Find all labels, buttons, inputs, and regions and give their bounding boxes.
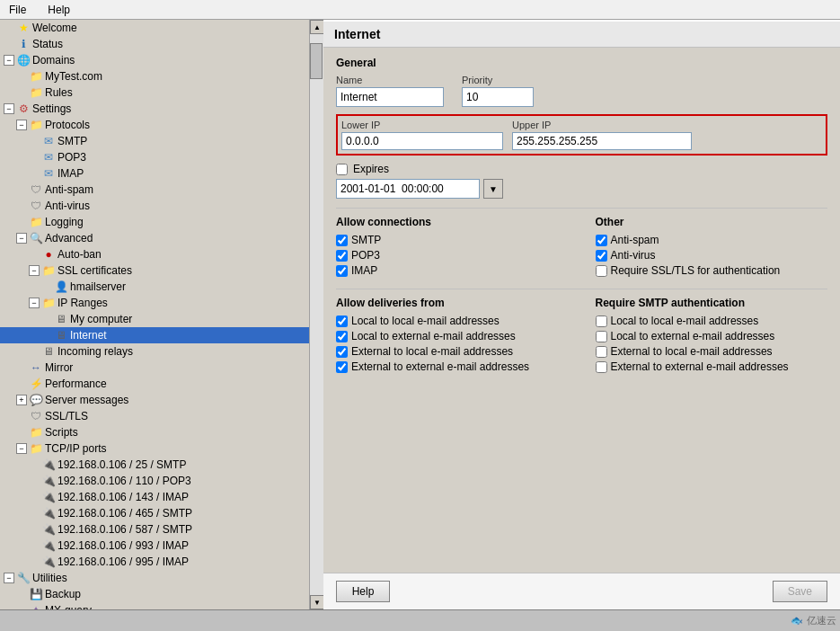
tree-item-mxquery[interactable]: ✦MX-query: [0, 602, 309, 609]
tree-item-mytest[interactable]: 📁MyTest.com: [0, 68, 309, 84]
name-input[interactable]: [336, 87, 444, 107]
tree-item-status[interactable]: ℹStatus: [0, 36, 309, 52]
tree-label-antivirus: Anti-virus: [45, 200, 90, 212]
scroll-track: [310, 34, 323, 595]
tree-item-port3[interactable]: 🔌192.168.0.106 / 143 / IMAP: [0, 489, 309, 505]
tree-expander-settings[interactable]: −: [4, 103, 14, 114]
antispam-label: Anti-spam: [611, 234, 659, 246]
antivirus-checkbox[interactable]: [596, 250, 607, 262]
del-ext-local-checkbox[interactable]: [336, 346, 348, 358]
tree-item-backup[interactable]: 💾Backup: [0, 586, 309, 602]
expires-checkbox[interactable]: [336, 164, 348, 175]
expires-row: Expires: [336, 163, 827, 175]
tree-label-internet: Internet: [70, 329, 107, 342]
tree-item-domains[interactable]: −🌐Domains: [0, 52, 309, 68]
ssl-tls-checkbox[interactable]: [596, 265, 607, 277]
date-picker-button[interactable]: ▼: [483, 179, 503, 199]
scroll-thumb[interactable]: [310, 43, 323, 79]
lower-ip-input[interactable]: [341, 132, 503, 150]
tree-label-port4: 192.168.0.106 / 465 / SMTP: [57, 507, 192, 520]
menu-help[interactable]: Help: [42, 2, 75, 18]
tree-item-scripts[interactable]: 📁Scripts: [0, 424, 309, 440]
tree-expander-tcpports[interactable]: −: [16, 443, 27, 454]
tree-item-port2[interactable]: 🔌192.168.0.106 / 110 / POP3: [0, 473, 309, 489]
scroll-up-button[interactable]: ▲: [310, 20, 324, 34]
tree-item-autoban[interactable]: ●Auto-ban: [0, 246, 309, 262]
lower-ip-group: Lower IP: [341, 120, 503, 150]
upper-ip-group: Upper IP: [512, 120, 692, 150]
del-local-local-label: Local to local e-mail addresses: [351, 315, 500, 327]
tree-item-mirror[interactable]: ↔Mirror: [0, 360, 309, 376]
tree-item-welcome[interactable]: ★Welcome: [0, 20, 309, 36]
tree-item-port4[interactable]: 🔌192.168.0.106 / 465 / SMTP: [0, 505, 309, 521]
tree-label-domains: Domains: [32, 54, 75, 67]
tree-item-port1[interactable]: 🔌192.168.0.106 / 25 / SMTP: [0, 457, 309, 473]
auth-ext-ext-item: External to external e-mail addresses: [596, 360, 828, 373]
tree-item-logging[interactable]: 📁Logging: [0, 214, 309, 230]
upper-ip-label: Upper IP: [512, 120, 692, 130]
tree-item-settings[interactable]: −⚙Settings: [0, 101, 309, 117]
date-row: ▼: [336, 179, 827, 199]
del-local-ext-item: Local to external e-mail addresses: [336, 330, 569, 342]
tree-item-incomingrelay[interactable]: 🖥Incoming relays: [0, 343, 309, 360]
tree-item-ssltls[interactable]: 🛡SSL/TLS: [0, 408, 309, 424]
priority-input[interactable]: [462, 87, 534, 107]
tree-item-smtp[interactable]: ✉SMTP: [0, 133, 309, 149]
auth-ext-ext-checkbox[interactable]: [596, 361, 607, 373]
settings-icon: ⚙: [16, 102, 31, 116]
antispam-checkbox[interactable]: [596, 235, 607, 246]
del-local-local-checkbox[interactable]: [336, 316, 348, 327]
tree-item-mycomputer[interactable]: 🖥My computer: [0, 311, 309, 327]
del-local-ext-checkbox[interactable]: [336, 331, 348, 342]
tree-expander-protocols[interactable]: −: [16, 120, 27, 130]
tree-label-servermsg: Server messages: [45, 394, 128, 406]
tree-item-rules[interactable]: 📁Rules: [0, 84, 309, 101]
tree-item-pop3[interactable]: ✉POP3: [0, 149, 309, 165]
tree-expander-advanced[interactable]: −: [16, 233, 27, 244]
tree-item-tcpports[interactable]: −📁TCP/IP ports: [0, 440, 309, 457]
tree-item-port7[interactable]: 🔌192.168.0.106 / 995 / IMAP: [0, 554, 309, 570]
tree-item-ipranges[interactable]: −📁IP Ranges: [0, 295, 309, 311]
tree-item-hmailserver[interactable]: 👤hmailserver: [0, 279, 309, 295]
del-ext-ext-checkbox[interactable]: [336, 361, 348, 373]
auth-local-ext-checkbox[interactable]: [596, 331, 607, 342]
tree-item-port6[interactable]: 🔌192.168.0.106 / 993 / IMAP: [0, 538, 309, 554]
tree-item-port5[interactable]: 🔌192.168.0.106 / 587 / SMTP: [0, 521, 309, 538]
tree-label-port7: 192.168.0.106 / 995 / IMAP: [57, 555, 189, 568]
auth-local-local-checkbox[interactable]: [596, 316, 607, 327]
tree-item-sslcerts[interactable]: −📁SSL certificates: [0, 262, 309, 279]
menu-file[interactable]: File: [4, 2, 31, 18]
tree-item-antispam[interactable]: 🛡Anti-spam: [0, 182, 309, 198]
tree-item-advanced[interactable]: −🔍Advanced: [0, 230, 309, 246]
allow-smtp-checkbox[interactable]: [336, 235, 348, 246]
tree-item-performance[interactable]: ⚡Performance: [0, 376, 309, 392]
tree-expander-domains[interactable]: −: [4, 55, 14, 66]
tree-expander-utilities[interactable]: −: [4, 573, 14, 583]
tree-label-logging: Logging: [45, 216, 84, 228]
help-button[interactable]: Help: [336, 581, 390, 602]
date-input[interactable]: [336, 179, 480, 199]
antispam-item: Anti-spam: [596, 234, 828, 246]
tree-item-utilities[interactable]: −🔧Utilities: [0, 570, 309, 586]
tree-expander-sslcerts[interactable]: −: [29, 265, 40, 276]
tree-item-protocols[interactable]: −📁Protocols: [0, 117, 309, 133]
tree-expander-ipranges[interactable]: −: [29, 298, 40, 308]
allow-imap-checkbox[interactable]: [336, 265, 348, 277]
mail-icon: ✉: [41, 166, 56, 181]
save-button[interactable]: Save: [773, 581, 827, 602]
tree-item-internet[interactable]: 🖥Internet: [0, 327, 309, 343]
tree-expander-servermsg[interactable]: +: [16, 395, 27, 405]
allow-pop3-checkbox[interactable]: [336, 250, 348, 262]
scroll-down-button[interactable]: ▼: [310, 595, 324, 609]
perf-icon: ⚡: [29, 377, 43, 391]
auth-ext-local-checkbox[interactable]: [596, 346, 607, 358]
tree-item-antivirus[interactable]: 🛡Anti-virus: [0, 198, 309, 214]
tree-item-servermsg[interactable]: +💬Server messages: [0, 392, 309, 408]
name-group: Name: [336, 75, 444, 107]
folder-icon: 📁: [41, 296, 56, 310]
tree-item-imap[interactable]: ✉IMAP: [0, 165, 309, 182]
folder-icon: 📁: [29, 441, 43, 456]
upper-ip-input[interactable]: [512, 132, 692, 150]
name-priority-row: Name Priority: [336, 75, 827, 107]
allow-pop3-label: POP3: [351, 249, 380, 262]
